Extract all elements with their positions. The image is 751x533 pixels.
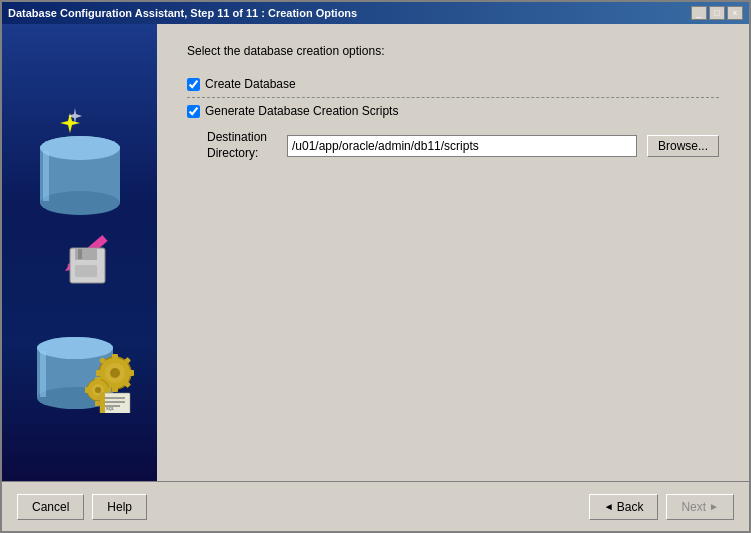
next-button[interactable]: Next ► bbox=[666, 494, 734, 520]
svg-rect-11 bbox=[78, 249, 82, 259]
close-button[interactable]: × bbox=[727, 6, 743, 20]
svg-rect-21 bbox=[112, 354, 118, 360]
options-area: Create Database Generate Database Creati… bbox=[187, 73, 719, 161]
title-bar: Database Configuration Assistant, Step 1… bbox=[2, 2, 749, 24]
svg-text:SQL: SQL bbox=[106, 406, 115, 411]
minimize-button[interactable]: _ bbox=[691, 6, 707, 20]
next-arrow-icon: ► bbox=[709, 501, 719, 512]
bottom-bar: Cancel Help ◄ Back Next ► bbox=[2, 481, 749, 531]
svg-point-3 bbox=[40, 136, 120, 160]
svg-rect-32 bbox=[95, 377, 101, 382]
svg-rect-17 bbox=[40, 351, 46, 397]
back-button[interactable]: ◄ Back bbox=[589, 494, 659, 520]
main-window: Database Configuration Assistant, Step 1… bbox=[0, 0, 751, 533]
svg-rect-23 bbox=[96, 370, 102, 376]
generate-scripts-row: Generate Database Creation Scripts bbox=[187, 100, 719, 122]
illustration: SQL bbox=[15, 93, 145, 413]
left-panel: SQL bbox=[2, 24, 157, 481]
content-area: SQL Select the database creation options… bbox=[2, 24, 749, 481]
right-panel: Select the database creation options: Cr… bbox=[157, 24, 749, 481]
svg-point-16 bbox=[37, 337, 113, 359]
bottom-right-buttons: ◄ Back Next ► bbox=[589, 494, 734, 520]
next-label: Next bbox=[681, 500, 706, 514]
separator bbox=[187, 97, 719, 98]
svg-rect-22 bbox=[112, 386, 118, 392]
svg-rect-12 bbox=[75, 265, 97, 277]
svg-rect-34 bbox=[85, 387, 90, 393]
generate-scripts-checkbox[interactable] bbox=[187, 105, 200, 118]
svg-point-20 bbox=[110, 368, 120, 378]
svg-rect-4 bbox=[43, 151, 49, 201]
section-title: Select the database creation options: bbox=[187, 44, 719, 58]
destination-label: DestinationDirectory: bbox=[207, 130, 277, 161]
svg-rect-35 bbox=[106, 387, 111, 393]
back-arrow-icon: ◄ bbox=[604, 501, 614, 512]
back-label: Back bbox=[617, 500, 644, 514]
generate-scripts-label: Generate Database Creation Scripts bbox=[205, 104, 398, 118]
svg-point-31 bbox=[95, 387, 101, 393]
cancel-button[interactable]: Cancel bbox=[17, 494, 84, 520]
destination-row: DestinationDirectory: Browse... bbox=[187, 130, 719, 161]
window-title: Database Configuration Assistant, Step 1… bbox=[8, 7, 357, 19]
svg-point-2 bbox=[40, 191, 120, 215]
create-database-row: Create Database bbox=[187, 73, 719, 95]
svg-rect-24 bbox=[128, 370, 134, 376]
create-database-checkbox[interactable] bbox=[187, 78, 200, 91]
browse-button[interactable]: Browse... bbox=[647, 135, 719, 157]
title-bar-buttons: _ □ × bbox=[691, 6, 743, 20]
destination-input[interactable] bbox=[287, 135, 637, 157]
create-database-label: Create Database bbox=[205, 77, 296, 91]
help-button[interactable]: Help bbox=[92, 494, 147, 520]
maximize-button[interactable]: □ bbox=[709, 6, 725, 20]
bottom-left-buttons: Cancel Help bbox=[17, 494, 147, 520]
svg-rect-40 bbox=[100, 393, 105, 413]
